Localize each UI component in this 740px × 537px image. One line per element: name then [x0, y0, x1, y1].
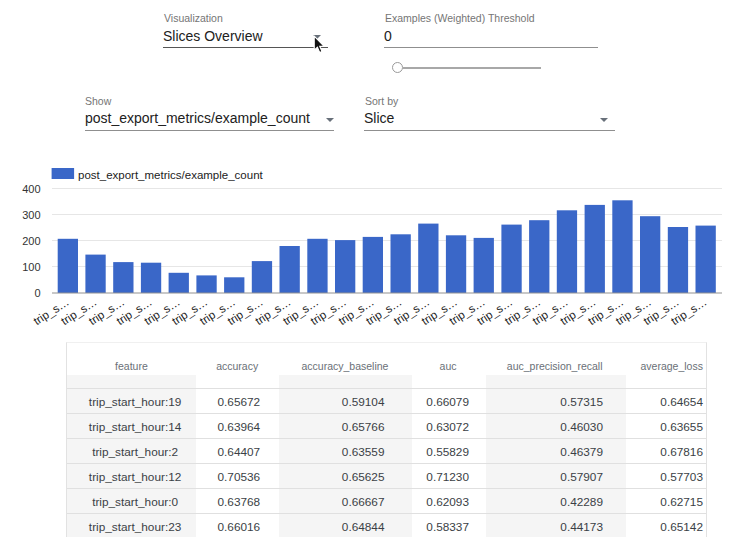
svg-text:200: 200: [22, 235, 40, 247]
svg-text:post_export_metrics/example_co: post_export_metrics/example_count: [78, 169, 264, 181]
svg-text:400: 400: [22, 183, 40, 195]
svg-text:300: 300: [22, 209, 40, 221]
svg-text:100: 100: [22, 261, 40, 273]
svg-text:0: 0: [34, 287, 40, 299]
